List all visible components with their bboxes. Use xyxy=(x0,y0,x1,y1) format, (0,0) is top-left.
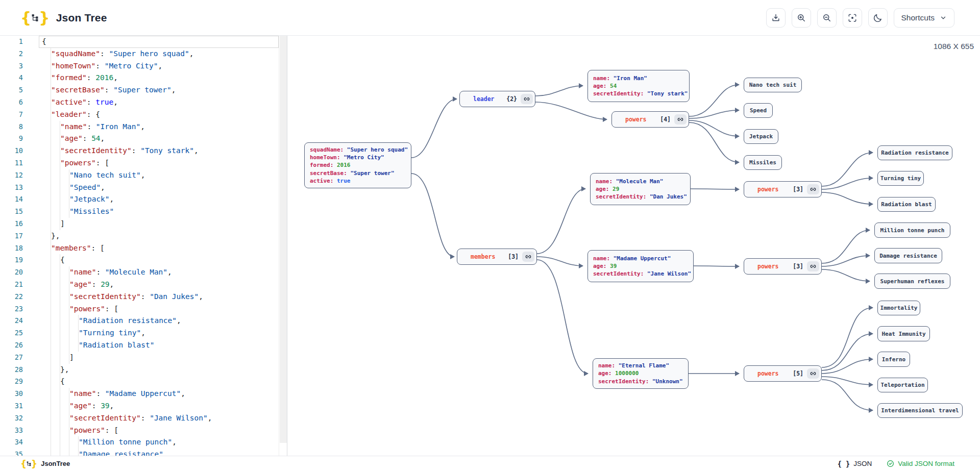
code-line[interactable]: 20"name": "Molecule Man", xyxy=(0,266,279,279)
code-line[interactable]: 21"age": 29, xyxy=(0,279,279,291)
code-line[interactable]: 25"Turning tiny", xyxy=(0,327,279,339)
node-molecule-powers[interactable]: powers [3] xyxy=(744,181,822,197)
leaf-nano-tech-suit[interactable]: Nano tech suit xyxy=(744,78,802,92)
line-number: 7 xyxy=(0,109,23,121)
leaf-million-tonne-punch[interactable]: Million tonne punch xyxy=(874,222,950,238)
line-number: 22 xyxy=(0,291,23,303)
line-number: 3 xyxy=(0,60,23,72)
page-title: Json Tree xyxy=(56,12,107,24)
leaf-radiation-blast[interactable]: Radiation blast xyxy=(877,197,936,212)
line-number: 19 xyxy=(0,254,23,266)
collapse-link-icon[interactable] xyxy=(521,94,533,104)
code-line[interactable]: 22"secretIdentity": "Dan Jukes", xyxy=(0,291,279,303)
code-line[interactable]: 34"Million tonne punch", xyxy=(0,436,279,449)
line-number: 1 xyxy=(0,36,23,48)
leaf-damage-resistance[interactable]: Damage resistance xyxy=(874,248,942,263)
zoom-in-button[interactable] xyxy=(792,8,811,28)
valid-json-label: Valid JSON format xyxy=(898,460,954,467)
leaf-missiles[interactable]: Missiles xyxy=(744,155,782,170)
leaf-heat-immunity[interactable]: Heat Immunity xyxy=(877,326,930,341)
node-count: [5] xyxy=(793,370,803,377)
code-line[interactable]: 5"secretBase": "Super tower", xyxy=(0,84,279,96)
dark-mode-button[interactable] xyxy=(868,8,888,28)
code-line[interactable]: 11"powers": [ xyxy=(0,157,279,169)
line-number: 20 xyxy=(0,266,23,279)
line-number: 23 xyxy=(0,303,23,315)
code-line[interactable]: 24"Radiation resistance", xyxy=(0,315,279,327)
code-line[interactable]: 3"homeTown": "Metro City", xyxy=(0,60,279,72)
code-line[interactable]: 16] xyxy=(0,218,279,230)
node-count: {2} xyxy=(506,95,517,103)
line-number: 13 xyxy=(0,182,23,194)
valid-json-status: Valid JSON format xyxy=(886,459,954,468)
leaf-superhuman-reflexes[interactable]: Superhuman reflexes xyxy=(874,274,950,289)
node-leader[interactable]: leader {2} xyxy=(459,91,535,107)
code-line[interactable]: 14"Jetpack", xyxy=(0,193,279,206)
line-number: 6 xyxy=(0,96,23,109)
collapse-link-icon[interactable] xyxy=(807,184,819,194)
line-number: 11 xyxy=(0,157,23,169)
node-madame-uppercut[interactable]: name: "Madame Uppercut"age: 39secretIden… xyxy=(587,250,694,282)
leaf-jetpack[interactable]: Jetpack xyxy=(744,129,778,144)
code-line[interactable]: 19{ xyxy=(0,254,279,266)
code-line[interactable]: 28}, xyxy=(0,364,279,376)
code-line[interactable]: 1{ xyxy=(0,36,279,48)
json-editor[interactable]: 1{2"squadName": "Super hero squad",3"hom… xyxy=(0,36,287,456)
node-eternal-powers[interactable]: powers [5] xyxy=(744,365,822,382)
code-line[interactable]: 4"formed": 2016, xyxy=(0,72,279,84)
leaf-turning-tiny[interactable]: Turning tiny xyxy=(877,171,924,186)
app-header: { } Json Tree xyxy=(0,0,980,36)
code-line[interactable]: 30"name": "Madame Uppercut", xyxy=(0,388,279,400)
leaf-interdimensional-travel[interactable]: Interdimensional travel xyxy=(877,403,963,418)
node-eternal-flame[interactable]: name: "Eternal Flame"age: 1000000secretI… xyxy=(593,358,689,389)
node-iron-man[interactable]: name: "Iron Man"age: 54secretIdentity: "… xyxy=(587,70,690,102)
node-root[interactable]: squadName: "Super hero squad"homeTown: "… xyxy=(304,142,411,188)
code-line[interactable]: 27] xyxy=(0,352,279,364)
node-key-label: powers xyxy=(625,116,647,123)
code-line[interactable]: 17}, xyxy=(0,230,279,242)
leaf-radiation-resistance[interactable]: Radiation resistance xyxy=(877,145,952,160)
line-number: 12 xyxy=(0,169,23,182)
node-row: age: 54 xyxy=(593,82,684,90)
editor-scrollbar[interactable] xyxy=(279,36,287,456)
node-key-label: members xyxy=(471,253,495,260)
code-line[interactable]: 9"age": 54, xyxy=(0,133,279,145)
zoom-out-button[interactable] xyxy=(817,8,837,28)
code-line[interactable]: 13"Speed", xyxy=(0,182,279,194)
code-line[interactable]: 6"active": true, xyxy=(0,96,279,109)
code-line[interactable]: 33"powers": [ xyxy=(0,425,279,437)
leaf-teleportation[interactable]: Teleportation xyxy=(877,378,928,392)
code-line[interactable]: 2"squadName": "Super hero squad", xyxy=(0,48,279,60)
node-members[interactable]: members [3] xyxy=(457,249,537,265)
node-molecule-man[interactable]: name: "Molecule Man"age: 29secretIdentit… xyxy=(590,173,691,205)
code-line[interactable]: 31"age": 39, xyxy=(0,400,279,412)
download-button[interactable] xyxy=(766,8,786,28)
code-line[interactable]: 29{ xyxy=(0,376,279,388)
collapse-link-icon[interactable] xyxy=(807,261,819,271)
scrollbar-thumb[interactable] xyxy=(280,36,287,443)
center-view-button[interactable] xyxy=(843,8,862,28)
leaf-inferno[interactable]: Inferno xyxy=(877,352,910,367)
code-line[interactable]: 15"Missiles" xyxy=(0,206,279,218)
graph-canvas[interactable]: 1086 X 655 xyxy=(287,36,980,456)
collapse-link-icon[interactable] xyxy=(807,368,819,379)
code-line[interactable]: 32"secretIdentity": "Jane Wilson", xyxy=(0,412,279,425)
collapse-link-icon[interactable] xyxy=(674,114,687,125)
shortcuts-label: Shortcuts xyxy=(901,13,935,22)
collapse-link-icon[interactable] xyxy=(522,252,534,262)
shortcuts-dropdown[interactable]: Shortcuts xyxy=(894,8,954,28)
code-line[interactable]: 7"leader": { xyxy=(0,109,279,121)
node-leader-powers[interactable]: powers [4] xyxy=(611,111,689,128)
code-line[interactable]: 18"members": [ xyxy=(0,242,279,255)
code-line[interactable]: 8"name": "Iron Man", xyxy=(0,121,279,133)
leaf-immortality[interactable]: Immortality xyxy=(877,301,920,315)
code-line[interactable]: 10"secretIdentity": "Tony stark", xyxy=(0,145,279,157)
code-line[interactable]: 35"Damage resistance", xyxy=(0,449,279,456)
node-madame-powers[interactable]: powers [3] xyxy=(744,258,822,275)
braces-icon: { } xyxy=(838,460,850,468)
code-line[interactable]: 12"Nano tech suit", xyxy=(0,169,279,182)
code-line[interactable]: 26"Radiation blast" xyxy=(0,339,279,352)
line-number: 14 xyxy=(0,193,23,206)
code-line[interactable]: 23"powers": [ xyxy=(0,303,279,315)
leaf-speed[interactable]: Speed xyxy=(744,103,773,118)
